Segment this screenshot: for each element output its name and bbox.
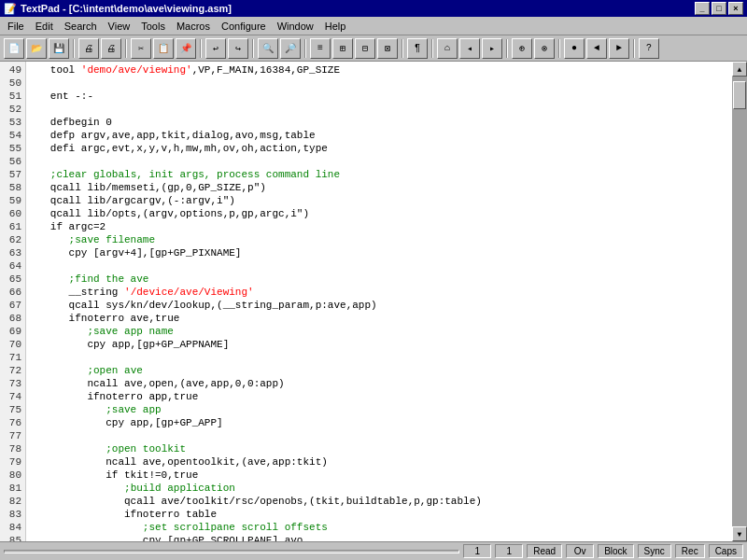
cut-button[interactable]: ✂ xyxy=(131,38,151,59)
status-block: Block xyxy=(598,544,633,558)
scroll-up-button[interactable]: ▲ xyxy=(732,62,747,77)
menu-macros[interactable]: Macros xyxy=(171,19,216,34)
find-next-button[interactable]: 🔎 xyxy=(280,38,301,59)
redo-button[interactable]: ↪ xyxy=(228,38,248,59)
editor-container[interactable]: 4950515253545556575859606162636465666768… xyxy=(0,62,732,541)
separator-6 xyxy=(402,39,403,58)
open-button[interactable]: 📂 xyxy=(26,38,47,59)
separator-2 xyxy=(125,39,127,58)
separator-1 xyxy=(73,39,75,58)
menu-file[interactable]: File xyxy=(2,19,30,34)
title-bar: 📝 TextPad - [C:\intent\demo\ave\viewing.… xyxy=(0,0,747,17)
title-icon: 📝 xyxy=(4,3,17,15)
title-bar-buttons[interactable]: _ □ × xyxy=(695,2,743,15)
window-title: TextPad - [C:\intent\demo\ave\viewing.as… xyxy=(21,3,232,14)
separator-9 xyxy=(558,39,560,58)
copy-button[interactable]: 📋 xyxy=(153,38,174,59)
menu-edit[interactable]: Edit xyxy=(30,19,59,34)
menu-configure[interactable]: Configure xyxy=(216,19,272,34)
tb-btn-10[interactable]: ¶ xyxy=(407,38,428,59)
menu-view[interactable]: View xyxy=(103,19,136,34)
status-sync: Sync xyxy=(638,544,671,558)
menu-tools[interactable]: Tools xyxy=(135,19,171,34)
print-preview-button[interactable]: 🖨 xyxy=(101,38,121,59)
print-button[interactable]: 🖨 xyxy=(78,38,99,59)
vertical-scrollbar[interactable]: ▲ ▼ xyxy=(732,62,747,541)
find-button[interactable]: 🔍 xyxy=(258,38,278,59)
separator-8 xyxy=(506,39,508,58)
line-numbers: 4950515253545556575859606162636465666768… xyxy=(0,62,26,541)
tb-btn-13[interactable]: ▸ xyxy=(482,38,502,59)
title-bar-left: 📝 TextPad - [C:\intent\demo\ave\viewing.… xyxy=(4,3,232,15)
save-button[interactable]: 💾 xyxy=(49,38,69,59)
maximize-button[interactable]: □ xyxy=(712,2,726,15)
menu-bar: File Edit Search View Tools Macros Confi… xyxy=(0,17,747,35)
status-main xyxy=(4,550,459,553)
help-button[interactable]: ? xyxy=(639,38,659,59)
separator-3 xyxy=(200,39,202,58)
minimize-button[interactable]: _ xyxy=(695,2,710,15)
tb-btn-9[interactable]: ⊠ xyxy=(377,38,398,59)
status-ov: Ov xyxy=(566,544,594,558)
separator-5 xyxy=(304,39,306,58)
menu-window[interactable]: Window xyxy=(272,19,319,34)
tb-btn-12[interactable]: ◂ xyxy=(459,38,480,59)
paste-button[interactable]: 📌 xyxy=(176,38,196,59)
status-caps: Caps xyxy=(709,544,743,558)
tb-btn-16[interactable]: ● xyxy=(564,38,585,59)
code-editor[interactable]: tool 'demo/ave/viewing',VP,F_MAIN,16384,… xyxy=(26,62,732,541)
menu-search[interactable]: Search xyxy=(59,19,103,34)
tb-btn-8[interactable]: ⊟ xyxy=(355,38,375,59)
tb-btn-14[interactable]: ⊕ xyxy=(512,38,532,59)
close-button[interactable]: × xyxy=(728,2,743,15)
new-button[interactable]: 📄 xyxy=(4,38,24,59)
separator-7 xyxy=(431,39,433,58)
undo-button[interactable]: ↩ xyxy=(205,38,226,59)
main-area: 4950515253545556575859606162636465666768… xyxy=(0,62,747,541)
separator-4 xyxy=(252,39,254,58)
status-bar: 1 1 Read Ov Block Sync Rec Caps xyxy=(0,541,747,560)
separator-10 xyxy=(633,39,635,58)
scroll-down-button[interactable]: ▼ xyxy=(732,526,747,541)
menu-help[interactable]: Help xyxy=(319,19,352,34)
tb-btn-17[interactable]: ◄ xyxy=(586,38,607,59)
tb-btn-15[interactable]: ⊗ xyxy=(534,38,555,59)
status-read: Read xyxy=(527,544,562,558)
tb-btn-11[interactable]: ⌂ xyxy=(437,38,458,59)
scroll-track[interactable] xyxy=(732,77,747,526)
status-line: 1 xyxy=(463,544,491,558)
status-rec: Rec xyxy=(675,544,705,558)
tb-btn-7[interactable]: ⊞ xyxy=(332,38,353,59)
toolbar: 📄 📂 💾 🖨 🖨 ✂ 📋 📌 ↩ ↪ 🔍 🔎 ≡ ⊞ ⊟ ⊠ ¶ ⌂ ◂ ▸ … xyxy=(0,35,747,62)
scroll-thumb[interactable] xyxy=(733,81,746,109)
status-col: 1 xyxy=(495,544,523,558)
tb-btn-6[interactable]: ≡ xyxy=(310,38,331,59)
tb-btn-18[interactable]: ► xyxy=(609,38,629,59)
